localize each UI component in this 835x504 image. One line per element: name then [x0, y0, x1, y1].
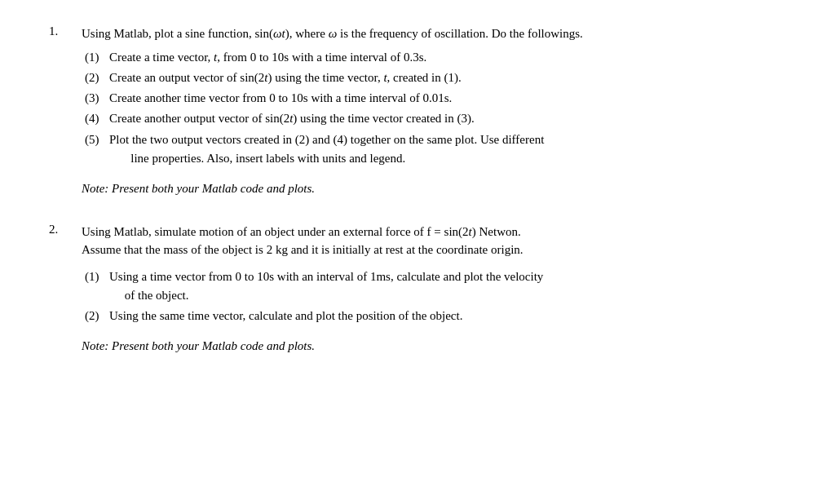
question-1-note: Note: Present both your Matlab code and …	[82, 179, 783, 198]
sub-item-1-2-label: (2)	[85, 69, 109, 87]
sub-item-1-3-text: Create another time vector from 0 to 10s…	[109, 89, 783, 108]
sub-item-1-5: (5) Plot the two output vectors created …	[85, 130, 783, 169]
sub-item-1-2: (2) Create an output vector of sin(2t) u…	[85, 69, 783, 87]
sub-item-1-1-label: (1)	[85, 48, 109, 67]
question-1-body: Using Matlab, plot a sine function, sin(…	[82, 24, 783, 198]
sub-item-1-4: (4) Create another output vector of sin(…	[85, 109, 783, 128]
sub-item-1-1-text: Create a time vector, t, from 0 to 10s w…	[109, 48, 783, 67]
sub-item-1-4-label: (4)	[85, 109, 109, 128]
sub-item-2-2-text: Using the same time vector, calculate an…	[109, 307, 783, 325]
question-2-sub-items: (1) Using a time vector from 0 to 10s wi…	[85, 267, 783, 326]
page-content: 1. Using Matlab, plot a sine function, s…	[49, 24, 783, 356]
question-1-sub-items: (1) Create a time vector, t, from 0 to 1…	[85, 48, 783, 169]
question-1: 1. Using Matlab, plot a sine function, s…	[49, 24, 783, 198]
sub-item-1-2-text: Create an output vector of sin(2t) using…	[109, 69, 783, 87]
sub-item-2-1-label: (1)	[85, 267, 109, 306]
sub-item-1-5-text: Plot the two output vectors created in (…	[109, 130, 783, 169]
sub-item-2-2-label: (2)	[85, 307, 109, 325]
question-2-intro: Using Matlab, simulate motion of an obje…	[82, 223, 783, 259]
question-2: 2. Using Matlab, simulate motion of an o…	[49, 223, 783, 356]
sub-item-1-1: (1) Create a time vector, t, from 0 to 1…	[85, 48, 783, 67]
sub-item-1-3: (3) Create another time vector from 0 to…	[85, 89, 783, 108]
sub-item-2-1-text: Using a time vector from 0 to 10s with a…	[109, 267, 783, 306]
sub-item-2-2: (2) Using the same time vector, calculat…	[85, 307, 783, 325]
sub-item-1-3-label: (3)	[85, 89, 109, 108]
question-1-intro: Using Matlab, plot a sine function, sin(…	[82, 24, 783, 43]
question-2-note: Note: Present both your Matlab code and …	[82, 337, 783, 356]
sub-item-1-5-label: (5)	[85, 130, 109, 169]
sub-item-1-4-text: Create another output vector of sin(2t) …	[109, 109, 783, 128]
question-1-number: 1.	[49, 24, 82, 198]
question-2-number: 2.	[49, 223, 82, 356]
question-2-body: Using Matlab, simulate motion of an obje…	[82, 223, 783, 356]
sub-item-2-1: (1) Using a time vector from 0 to 10s wi…	[85, 267, 783, 306]
